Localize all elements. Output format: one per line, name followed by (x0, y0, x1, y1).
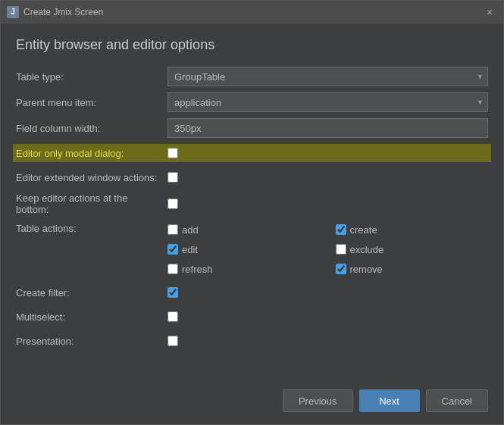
page-title: Entity browser and editor options (16, 37, 488, 53)
field-column-width-input[interactable] (167, 118, 488, 138)
table-type-dropdown-wrapper: GroupTable Table TreeTable (167, 67, 488, 86)
create-filter-checkbox[interactable] (167, 287, 178, 298)
field-column-width-control (167, 118, 488, 138)
action-add-label: add (182, 224, 199, 236)
parent-menu-control: application (167, 92, 488, 112)
table-type-row: Table type: GroupTable Table TreeTable (16, 67, 488, 86)
table-type-label: Table type: (16, 71, 167, 83)
cancel-button[interactable]: Cancel (426, 389, 488, 412)
table-actions-row: Table actions: add create edit (16, 221, 488, 277)
parent-menu-label: Parent menu item: (16, 97, 167, 108)
presentation-checkbox[interactable] (167, 336, 178, 346)
presentation-checkbox-wrapper (167, 336, 178, 346)
action-edit-checkbox[interactable] (167, 244, 178, 255)
presentation-row: Presentation: (16, 332, 488, 350)
presentation-control (167, 336, 488, 346)
footer: Previous Next Cancel (1, 382, 503, 424)
keep-editor-actions-label: Keep editor actions at the bottom: (16, 192, 167, 215)
action-create-checkbox[interactable] (336, 224, 346, 235)
editor-extended-actions-row: Editor extended window actions: (16, 168, 488, 186)
keep-editor-actions-checkbox-wrapper (167, 198, 178, 209)
multiselect-control (167, 311, 488, 322)
keep-editor-actions-control (167, 198, 488, 209)
multiselect-row: Multiselect: (16, 308, 488, 326)
title-bar: J Create Jmix Screen × (1, 1, 503, 23)
action-edit-label: edit (182, 244, 198, 255)
create-filter-checkbox-wrapper (167, 287, 178, 298)
action-remove-checkbox[interactable] (336, 264, 346, 274)
next-button[interactable]: Next (359, 389, 420, 412)
close-button[interactable]: × (482, 5, 497, 20)
action-item-exclude: exclude (336, 241, 489, 258)
editor-extended-actions-label: Editor extended window actions: (16, 172, 167, 183)
table-actions-label: Table actions: (16, 221, 167, 234)
multiselect-checkbox[interactable] (167, 311, 178, 322)
parent-menu-select[interactable]: application (167, 92, 488, 112)
editor-modal-dialog-label: Editor only modal dialog: (16, 148, 167, 159)
multiselect-label: Multiselect: (16, 311, 167, 323)
parent-menu-dropdown-wrapper: application (167, 92, 488, 112)
action-create-label: create (350, 224, 377, 236)
parent-menu-row: Parent menu item: application (16, 92, 488, 112)
previous-button[interactable]: Previous (283, 389, 353, 412)
editor-extended-actions-checkbox[interactable] (167, 172, 178, 183)
content-area: Entity browser and editor options Table … (1, 23, 503, 382)
action-refresh-label: refresh (182, 264, 212, 275)
action-exclude-checkbox[interactable] (336, 244, 346, 255)
action-item-add: add (167, 221, 321, 238)
create-filter-row: Create filter: (16, 283, 488, 302)
table-type-select[interactable]: GroupTable Table TreeTable (167, 67, 488, 86)
action-item-edit: edit (167, 241, 321, 258)
action-item-create: create (336, 221, 489, 238)
action-add-checkbox[interactable] (167, 224, 178, 235)
table-type-control: GroupTable Table TreeTable (167, 67, 488, 86)
dialog: J Create Jmix Screen × Entity browser an… (0, 0, 504, 425)
create-filter-control (167, 287, 488, 298)
action-item-remove: remove (336, 261, 489, 277)
app-icon: J (7, 6, 19, 18)
keep-editor-actions-row: Keep editor actions at the bottom: (16, 192, 488, 215)
editor-extended-actions-control (167, 172, 488, 183)
keep-editor-actions-checkbox[interactable] (167, 198, 178, 209)
field-column-width-label: Field column width: (16, 123, 167, 134)
editor-modal-dialog-control (167, 148, 491, 158)
editor-modal-dialog-row: Editor only modal dialog: (13, 144, 491, 162)
action-remove-label: remove (350, 264, 383, 275)
title-bar-text: Create Jmix Screen (23, 7, 482, 17)
action-exclude-label: exclude (350, 244, 384, 255)
field-column-width-row: Field column width: (16, 118, 488, 138)
editor-extended-actions-checkbox-wrapper (167, 172, 178, 183)
editor-modal-dialog-checkbox[interactable] (167, 148, 178, 158)
create-filter-label: Create filter: (16, 287, 167, 298)
presentation-label: Presentation: (16, 336, 167, 347)
editor-modal-dialog-checkbox-wrapper (167, 148, 178, 158)
action-item-refresh: refresh (167, 261, 321, 277)
action-refresh-checkbox[interactable] (167, 264, 178, 274)
multiselect-checkbox-wrapper (167, 311, 178, 322)
table-actions-grid: add create edit exclude (167, 221, 488, 277)
